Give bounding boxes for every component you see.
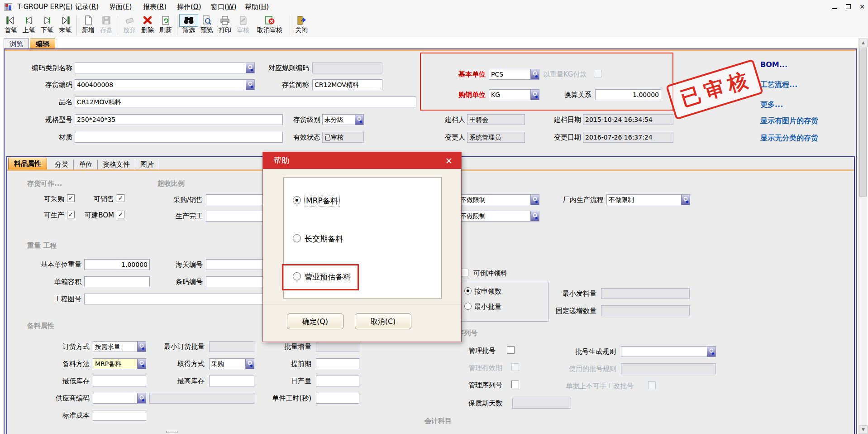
new-button[interactable]: 新增 [79,14,97,34]
link-show-uncategorized[interactable]: 显示无分类的存货 [760,134,818,143]
mrp-option-radio[interactable]: ● [293,196,301,204]
item-level-field[interactable]: 未分级 [322,114,364,125]
material-field[interactable] [75,132,283,143]
tab-unit[interactable]: 单位 [74,160,98,169]
min-batch-radio[interactable] [464,303,472,310]
manage-serial-checkbox[interactable] [511,381,519,388]
mrp-option-label[interactable]: MRP备料 [305,195,339,207]
item-abbr-field[interactable]: CR12MOV精料 [312,79,382,90]
menu-item-report[interactable]: 报表(R) [140,0,169,14]
lookup-icon[interactable] [530,195,539,205]
first-record-button[interactable]: 首笔 [2,14,20,34]
last-record-button[interactable]: 末笔 [56,14,74,34]
supplier-code-field[interactable] [93,393,146,404]
long-leadtime-option-radio[interactable] [293,234,301,242]
prep-method-field[interactable]: MRP备料 [93,358,146,369]
delete-button[interactable]: 删除 [138,14,157,34]
next-record-button[interactable]: 下笔 [38,14,56,34]
cancel-audit-button[interactable]: 取消审核 [252,14,287,34]
drawing-no-field[interactable] [84,294,274,304]
ok-button[interactable]: 确定(Q) [287,313,343,329]
tab-edit[interactable]: 编辑 [30,39,55,49]
lookup-icon[interactable] [246,80,254,90]
tab-browse[interactable]: 浏览 [4,39,29,49]
can-sale-checkbox[interactable]: ✓ [117,194,124,202]
minimize-button[interactable] [830,3,840,11]
close-form-button[interactable]: 关闭 [292,14,310,34]
conversion-field[interactable]: 1.00000 [595,89,661,100]
menu-item-tgroup-erp[interactable]: T-GROUP ERP(E) [14,0,76,14]
route-limit-field-1[interactable]: 不做限制 [458,194,539,205]
lookup-icon[interactable] [681,195,690,205]
menu-item-window[interactable]: 窗口(W) [208,0,239,14]
lookup-icon[interactable] [137,359,146,369]
route-limit-field-2[interactable]: 不做限制 [458,211,539,222]
max-stock-field[interactable] [209,376,254,386]
daily-output-field[interactable] [316,376,359,386]
link-bom[interactable]: BOM... [760,60,787,69]
menu-item-interface[interactable]: 界面(F) [106,0,134,14]
tab-item-attributes[interactable]: 料品属性 [8,158,47,169]
category-name-field[interactable] [75,63,255,73]
can-purchase-checkbox[interactable]: ✓ [67,194,75,202]
tab-qualification[interactable]: 资格文件 [98,160,135,169]
order-mode-field[interactable]: 按需求量 [93,341,146,352]
lead-time-field[interactable] [316,358,359,369]
vertical-scrollbar[interactable]: ▲ ▼ [858,39,867,434]
prev-record-button[interactable]: 上笔 [20,14,38,34]
filter-button[interactable]: 筛选 [180,14,198,34]
link-process-flow[interactable]: 工艺流程... [760,80,797,90]
link-more[interactable]: 更多... [760,100,783,110]
long-leadtime-option-label[interactable]: 长交期备料 [305,234,343,244]
scrollbar-thumb[interactable] [859,48,867,197]
unit-hours-field[interactable] [316,393,359,404]
lookup-icon[interactable] [137,342,146,352]
base-unit-field[interactable]: PCS [489,69,539,80]
manage-batch-checkbox[interactable] [507,346,515,354]
lookup-icon[interactable] [246,63,254,73]
menu-item-help[interactable]: 帮助(H) [242,0,272,14]
lookup-icon[interactable] [137,393,146,403]
dialog-close-icon[interactable]: ✕ [443,155,455,167]
by-request-radio[interactable]: ● [464,287,472,294]
menu-item-record[interactable]: 记录(R) [72,0,101,14]
min-stock-field[interactable] [93,376,146,386]
can-bom-checkbox[interactable]: ✓ [117,211,124,218]
lookup-icon[interactable] [355,115,363,125]
box-volume-field[interactable] [84,276,150,287]
cancel-dialog-button[interactable]: 取消(C) [355,313,411,329]
item-code-field[interactable]: 400400008 [75,79,255,90]
partial-cropped-field [167,431,177,433]
factory-flow-field[interactable]: 不做限制 [606,194,690,205]
unit-weight-field[interactable]: 1.00000 [84,259,150,270]
print-button[interactable]: 打印 [216,14,234,34]
scroll-up-icon[interactable]: ▲ [859,39,868,47]
product-name-label: 品名 [50,98,72,106]
std-cost-field[interactable] [93,410,146,421]
refresh-button[interactable]: 刷新 [157,14,175,34]
help-dialog-titlebar[interactable]: 帮助 [263,152,461,169]
lookup-icon[interactable] [530,211,539,221]
scroll-down-icon[interactable]: ▼ [859,425,868,434]
preview-button[interactable]: 预览 [198,14,216,34]
link-show-with-picture[interactable]: 显示有图片的存货 [760,116,818,126]
backflush-checkbox[interactable] [461,269,468,276]
tab-classification[interactable]: 分类 [50,160,74,169]
can-produce-checkbox[interactable]: ✓ [67,211,75,218]
trade-unit-field[interactable]: KG [489,89,539,100]
batch-rule-field[interactable] [621,346,716,357]
tab-picture[interactable]: 图片 [135,160,159,169]
product-name-field[interactable]: CR12MOV精料 [75,96,416,107]
lookup-icon[interactable] [707,347,715,357]
lookup-icon[interactable] [530,90,539,100]
lookup-icon[interactable] [245,359,254,369]
acquire-mode-field[interactable]: 采购 [209,358,254,369]
restore-button[interactable] [844,3,854,11]
menu-item-operation[interactable]: 操作(O) [174,0,204,14]
base-unit-label: 基本单位 [446,70,486,79]
spec-field[interactable]: 250*240*35 [75,114,283,125]
fixed-increment-field [601,305,690,316]
unit-weight-label: 基本单位重量 [34,260,81,269]
lookup-icon[interactable] [530,69,539,79]
close-button[interactable]: ✕ [857,3,867,11]
